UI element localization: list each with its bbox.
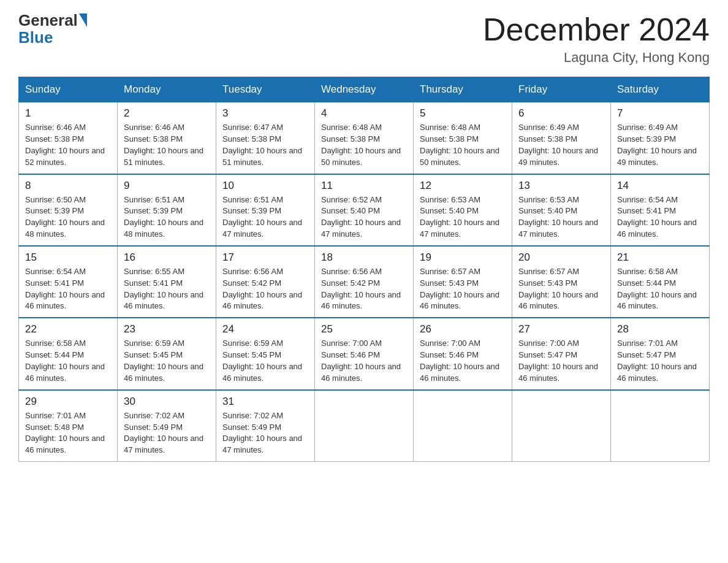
calendar-week-row: 8Sunrise: 6:50 AMSunset: 5:39 PMDaylight… xyxy=(19,174,710,246)
calendar-cell: 29Sunrise: 7:01 AMSunset: 5:48 PMDayligh… xyxy=(19,390,118,462)
calendar-cell: 8Sunrise: 6:50 AMSunset: 5:39 PMDaylight… xyxy=(19,174,118,246)
day-number: 12 xyxy=(420,180,506,192)
day-info: Sunrise: 7:02 AMSunset: 5:49 PMDaylight:… xyxy=(124,410,210,456)
calendar-cell: 15Sunrise: 6:54 AMSunset: 5:41 PMDayligh… xyxy=(19,246,118,318)
day-number: 5 xyxy=(420,107,506,120)
calendar-cell: 28Sunrise: 7:01 AMSunset: 5:47 PMDayligh… xyxy=(611,318,710,389)
day-info: Sunrise: 6:56 AMSunset: 5:42 PMDaylight:… xyxy=(222,266,308,312)
day-info: Sunrise: 6:57 AMSunset: 5:43 PMDaylight:… xyxy=(518,266,604,312)
calendar-cell: 25Sunrise: 7:00 AMSunset: 5:46 PMDayligh… xyxy=(315,318,414,389)
day-info: Sunrise: 6:51 AMSunset: 5:39 PMDaylight:… xyxy=(222,194,308,240)
calendar-cell: 7Sunrise: 6:49 AMSunset: 5:39 PMDaylight… xyxy=(611,102,710,174)
calendar-cell: 31Sunrise: 7:02 AMSunset: 5:49 PMDayligh… xyxy=(216,390,315,462)
calendar-cell: 23Sunrise: 6:59 AMSunset: 5:45 PMDayligh… xyxy=(118,318,216,389)
day-info: Sunrise: 6:53 AMSunset: 5:40 PMDaylight:… xyxy=(420,194,506,240)
calendar-cell: 9Sunrise: 6:51 AMSunset: 5:39 PMDaylight… xyxy=(118,174,216,246)
calendar-cell: 1Sunrise: 6:46 AMSunset: 5:38 PMDaylight… xyxy=(19,102,118,174)
calendar-cell: 27Sunrise: 7:00 AMSunset: 5:47 PMDayligh… xyxy=(512,318,611,389)
day-number: 30 xyxy=(124,396,210,408)
calendar-cell xyxy=(414,390,512,462)
day-number: 1 xyxy=(25,107,111,120)
day-info: Sunrise: 6:46 AMSunset: 5:38 PMDaylight:… xyxy=(124,122,210,168)
day-number: 20 xyxy=(518,251,604,264)
day-number: 6 xyxy=(518,107,604,120)
day-info: Sunrise: 6:58 AMSunset: 5:44 PMDaylight:… xyxy=(617,266,703,312)
day-info: Sunrise: 6:54 AMSunset: 5:41 PMDaylight:… xyxy=(617,194,703,240)
calendar-cell: 18Sunrise: 6:56 AMSunset: 5:42 PMDayligh… xyxy=(315,246,414,318)
calendar-cell xyxy=(512,390,611,462)
day-number: 25 xyxy=(321,323,407,335)
day-info: Sunrise: 7:02 AMSunset: 5:49 PMDaylight:… xyxy=(222,410,308,456)
day-number: 11 xyxy=(321,180,407,192)
day-info: Sunrise: 6:59 AMSunset: 5:45 PMDaylight:… xyxy=(124,338,210,384)
column-header-monday: Monday xyxy=(118,77,216,102)
column-header-tuesday: Tuesday xyxy=(216,77,315,102)
title-block: December 2024 Laguna City, Hong Kong xyxy=(483,12,710,66)
day-number: 10 xyxy=(222,180,308,192)
day-number: 15 xyxy=(25,251,111,264)
calendar-table: SundayMondayTuesdayWednesdayThursdayFrid… xyxy=(18,77,710,462)
calendar-cell: 17Sunrise: 6:56 AMSunset: 5:42 PMDayligh… xyxy=(216,246,315,318)
day-info: Sunrise: 7:00 AMSunset: 5:46 PMDaylight:… xyxy=(321,338,407,384)
calendar-cell: 26Sunrise: 7:00 AMSunset: 5:46 PMDayligh… xyxy=(414,318,512,389)
calendar-header-row: SundayMondayTuesdayWednesdayThursdayFrid… xyxy=(19,77,710,102)
calendar-cell: 19Sunrise: 6:57 AMSunset: 5:43 PMDayligh… xyxy=(414,246,512,318)
column-header-wednesday: Wednesday xyxy=(315,77,414,102)
day-info: Sunrise: 7:00 AMSunset: 5:47 PMDaylight:… xyxy=(518,338,604,384)
calendar-cell: 4Sunrise: 6:48 AMSunset: 5:38 PMDaylight… xyxy=(315,102,414,174)
calendar-cell: 20Sunrise: 6:57 AMSunset: 5:43 PMDayligh… xyxy=(512,246,611,318)
day-info: Sunrise: 6:56 AMSunset: 5:42 PMDaylight:… xyxy=(321,266,407,312)
column-header-sunday: Sunday xyxy=(19,77,118,102)
day-info: Sunrise: 6:55 AMSunset: 5:41 PMDaylight:… xyxy=(124,266,210,312)
day-info: Sunrise: 6:58 AMSunset: 5:44 PMDaylight:… xyxy=(25,338,111,384)
day-number: 14 xyxy=(617,180,703,192)
calendar-cell: 14Sunrise: 6:54 AMSunset: 5:41 PMDayligh… xyxy=(611,174,710,246)
day-number: 26 xyxy=(420,323,506,335)
calendar-week-row: 15Sunrise: 6:54 AMSunset: 5:41 PMDayligh… xyxy=(19,246,710,318)
day-info: Sunrise: 6:52 AMSunset: 5:40 PMDaylight:… xyxy=(321,194,407,240)
day-number: 7 xyxy=(617,107,703,120)
day-number: 8 xyxy=(25,180,111,192)
calendar-week-row: 22Sunrise: 6:58 AMSunset: 5:44 PMDayligh… xyxy=(19,318,710,389)
calendar-cell: 16Sunrise: 6:55 AMSunset: 5:41 PMDayligh… xyxy=(118,246,216,318)
calendar-cell: 11Sunrise: 6:52 AMSunset: 5:40 PMDayligh… xyxy=(315,174,414,246)
calendar-cell: 3Sunrise: 6:47 AMSunset: 5:38 PMDaylight… xyxy=(216,102,315,174)
day-info: Sunrise: 6:46 AMSunset: 5:38 PMDaylight:… xyxy=(25,122,111,168)
calendar-week-row: 1Sunrise: 6:46 AMSunset: 5:38 PMDaylight… xyxy=(19,102,710,174)
calendar-cell: 2Sunrise: 6:46 AMSunset: 5:38 PMDaylight… xyxy=(118,102,216,174)
day-number: 3 xyxy=(222,107,308,120)
calendar-cell: 24Sunrise: 6:59 AMSunset: 5:45 PMDayligh… xyxy=(216,318,315,389)
calendar-cell: 22Sunrise: 6:58 AMSunset: 5:44 PMDayligh… xyxy=(19,318,118,389)
column-header-thursday: Thursday xyxy=(414,77,512,102)
day-number: 16 xyxy=(124,251,210,264)
month-title: December 2024 xyxy=(483,12,710,47)
calendar-week-row: 29Sunrise: 7:01 AMSunset: 5:48 PMDayligh… xyxy=(19,390,710,462)
day-info: Sunrise: 7:01 AMSunset: 5:47 PMDaylight:… xyxy=(617,338,703,384)
day-number: 22 xyxy=(25,323,111,335)
column-header-friday: Friday xyxy=(512,77,611,102)
calendar-cell: 5Sunrise: 6:48 AMSunset: 5:38 PMDaylight… xyxy=(414,102,512,174)
day-info: Sunrise: 6:57 AMSunset: 5:43 PMDaylight:… xyxy=(420,266,506,312)
location-subtitle: Laguna City, Hong Kong xyxy=(483,50,710,66)
day-number: 2 xyxy=(124,107,210,120)
day-info: Sunrise: 7:01 AMSunset: 5:48 PMDaylight:… xyxy=(25,410,111,456)
calendar-cell: 6Sunrise: 6:49 AMSunset: 5:38 PMDaylight… xyxy=(512,102,611,174)
day-number: 13 xyxy=(518,180,604,192)
day-info: Sunrise: 6:48 AMSunset: 5:38 PMDaylight:… xyxy=(420,122,506,168)
logo: General Blue xyxy=(18,12,87,47)
page-header: General Blue December 2024 Laguna City, … xyxy=(18,12,710,66)
day-info: Sunrise: 6:50 AMSunset: 5:39 PMDaylight:… xyxy=(25,194,111,240)
day-number: 28 xyxy=(617,323,703,335)
calendar-cell xyxy=(611,390,710,462)
day-info: Sunrise: 7:00 AMSunset: 5:46 PMDaylight:… xyxy=(420,338,506,384)
day-number: 18 xyxy=(321,251,407,264)
day-number: 21 xyxy=(617,251,703,264)
day-number: 17 xyxy=(222,251,308,264)
calendar-cell: 10Sunrise: 6:51 AMSunset: 5:39 PMDayligh… xyxy=(216,174,315,246)
day-info: Sunrise: 6:47 AMSunset: 5:38 PMDaylight:… xyxy=(222,122,308,168)
logo-arrow-icon xyxy=(79,13,87,27)
calendar-cell xyxy=(315,390,414,462)
day-number: 24 xyxy=(222,323,308,335)
day-info: Sunrise: 6:49 AMSunset: 5:38 PMDaylight:… xyxy=(518,122,604,168)
calendar-cell: 30Sunrise: 7:02 AMSunset: 5:49 PMDayligh… xyxy=(118,390,216,462)
